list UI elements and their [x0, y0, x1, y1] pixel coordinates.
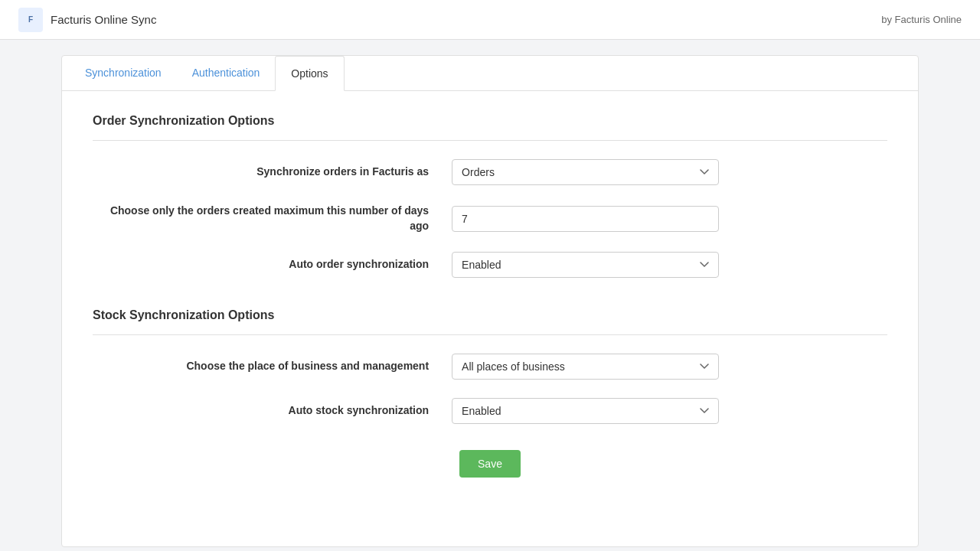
place-of-business-label: Choose the place of business and managem… — [108, 359, 452, 374]
header-left: F Facturis Online Sync — [18, 8, 156, 32]
header-by-label: by Facturis Online — [881, 14, 962, 25]
auto-stock-sync-control: Enabled Disabled — [452, 398, 719, 424]
sync-orders-row: Synchronize orders in Facturis as Orders… — [93, 159, 887, 185]
stock-section-title: Stock Synchronization Options — [93, 308, 887, 322]
sync-orders-control: Orders Invoices Proformas — [452, 159, 719, 185]
save-button[interactable]: Save — [459, 450, 521, 478]
days-ago-control — [452, 206, 719, 232]
tab-synchronization[interactable]: Synchronization — [70, 56, 177, 91]
main-card: Synchronization Authentication Options O… — [61, 55, 919, 547]
auto-order-sync-select[interactable]: Enabled Disabled — [452, 252, 719, 278]
days-ago-label: Choose only the orders created maximum t… — [108, 204, 452, 233]
tab-bar: Synchronization Authentication Options — [62, 56, 918, 91]
auto-stock-sync-select[interactable]: Enabled Disabled — [452, 398, 719, 424]
save-row: Save — [93, 442, 887, 493]
place-of-business-row: Choose the place of business and managem… — [93, 354, 887, 380]
days-ago-input[interactable] — [452, 206, 719, 232]
main-container: Synchronization Authentication Options O… — [31, 40, 949, 551]
app-logo: F — [18, 8, 43, 32]
auto-order-sync-row: Auto order synchronization Enabled Disab… — [93, 252, 887, 278]
place-of-business-control: All places of business Main warehouse Se… — [452, 354, 719, 380]
card-body: Order Synchronization Options Synchroniz… — [62, 91, 918, 546]
auto-order-sync-control: Enabled Disabled — [452, 252, 719, 278]
order-section-divider — [93, 140, 887, 141]
app-header: F Facturis Online Sync by Facturis Onlin… — [0, 0, 980, 40]
auto-order-sync-label: Auto order synchronization — [108, 257, 452, 272]
days-ago-row: Choose only the orders created maximum t… — [93, 204, 887, 233]
sync-orders-label: Synchronize orders in Facturis as — [108, 165, 452, 180]
auto-stock-sync-label: Auto stock synchronization — [108, 403, 452, 419]
app-title: Facturis Online Sync — [51, 13, 156, 26]
tab-authentication[interactable]: Authentication — [177, 56, 276, 91]
stock-section-divider — [93, 334, 887, 335]
order-sync-section: Order Synchronization Options Synchroniz… — [93, 114, 887, 278]
order-section-title: Order Synchronization Options — [93, 114, 887, 128]
sync-orders-select[interactable]: Orders Invoices Proformas — [452, 159, 719, 185]
auto-stock-sync-row: Auto stock synchronization Enabled Disab… — [93, 398, 887, 424]
tab-options[interactable]: Options — [275, 56, 344, 91]
place-of-business-select[interactable]: All places of business Main warehouse Se… — [452, 354, 719, 380]
stock-sync-section: Stock Synchronization Options Choose the… — [93, 308, 887, 493]
